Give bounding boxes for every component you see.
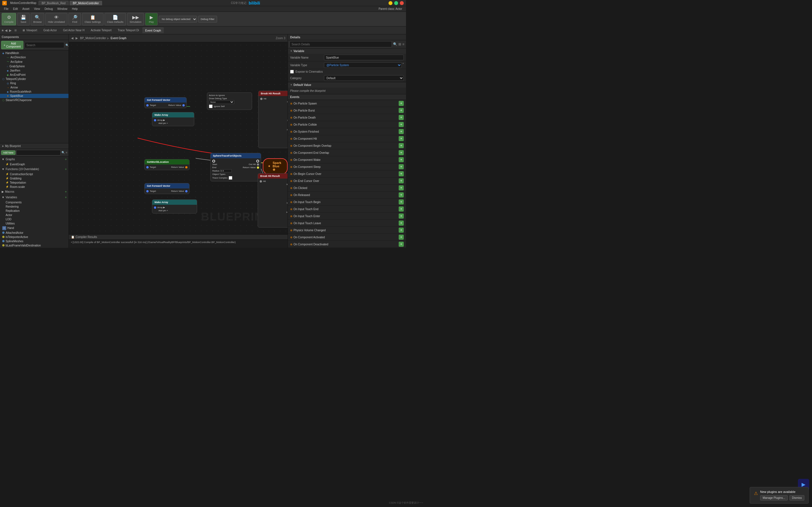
canvas-fwd-btn[interactable]: ▶: [75, 36, 78, 40]
variable-type-icon[interactable]: *: [403, 62, 404, 68]
tracecomplex-check[interactable]: [229, 176, 232, 180]
tree-item-jianren[interactable]: ◆ JianRen: [0, 68, 68, 73]
var-item-hand[interactable]: H Hand: [0, 226, 68, 231]
event-clicked-add[interactable]: +: [399, 185, 404, 190]
node-getforwardvector-bot[interactable]: Get Forward Vector Target Return Value: [144, 183, 190, 194]
bp-item-components[interactable]: Components: [0, 200, 68, 205]
bp-item-replication[interactable]: Replication: [0, 209, 68, 213]
tree-item-ring[interactable]: ◎ Ring: [0, 81, 68, 86]
tree-item-arcdirection[interactable]: — ArcDirection: [0, 55, 68, 59]
variable-type-select[interactable]: @Particle System: [324, 62, 402, 68]
blueprint-search-input[interactable]: [16, 150, 61, 156]
var-item-isteleporteractive[interactable]: IsTeleporterActive: [0, 235, 68, 239]
bp-cat-graphs[interactable]: ▼ Graphs +: [0, 157, 68, 162]
event-endoverlap-add[interactable]: +: [399, 150, 404, 155]
event-begincursor-add[interactable]: +: [399, 171, 404, 176]
browse-button[interactable]: 🔍 Browse: [31, 13, 44, 25]
tree-item-teleportcylinder[interactable]: ⬡ TeleportCylinder: [0, 77, 68, 81]
node-spheretrace[interactable]: SphereTraceForObjects Start Out Hit: [210, 153, 261, 181]
node-breakhit-top[interactable]: Break Hit Result Hit Blocking Hit Initia…: [258, 91, 288, 148]
canvas-back-btn[interactable]: ◀: [71, 36, 73, 40]
bp-cat-macros[interactable]: ▶ Macros +: [0, 189, 68, 194]
menu-view[interactable]: View: [32, 7, 42, 10]
event-deactivated-add[interactable]: +: [399, 242, 404, 247]
bp-item-grabbing[interactable]: ⚡ Grabbing: [0, 176, 68, 180]
play-button[interactable]: ▶ Play: [145, 13, 158, 25]
node-breakhit-bot[interactable]: Break Hit Result Hit Blocking Hit Initia…: [258, 173, 288, 228]
compile-button[interactable]: ⚙ Compile: [2, 13, 16, 25]
node-makearray-top[interactable]: Make Array Array ▶ Add pin +: [152, 112, 194, 126]
tree-item-arcendpoint[interactable]: ◆ ArcEndPoint: [0, 73, 68, 77]
tab-nav-back[interactable]: ◀: [5, 29, 7, 33]
search-input[interactable]: [24, 42, 64, 48]
event-physicsvolume-add[interactable]: +: [399, 228, 404, 233]
window-controls[interactable]: [389, 1, 404, 5]
tab-grab-actor[interactable]: Grab Actor: [41, 27, 60, 33]
node-actorstignore[interactable]: Actors to Ignore Draw Debug Type None: [207, 93, 252, 110]
var-item-splinemeshes[interactable]: SplineMeshes: [0, 239, 68, 243]
node-getforwardvector-top[interactable]: Get Forward Vector Target Return Value: [144, 97, 187, 108]
menu-help[interactable]: Help: [70, 7, 80, 10]
event-beginoverlap-add[interactable]: +: [399, 143, 404, 148]
variables-add[interactable]: +: [65, 195, 67, 200]
tree-item-steamvr[interactable]: ⬡ SteamVRChaperone: [0, 98, 68, 102]
maximize-button[interactable]: [394, 1, 398, 5]
tree-item-arcspline[interactable]: 〜 ArcSpline: [0, 59, 68, 64]
save-button[interactable]: 💾 Save: [17, 13, 30, 25]
tree-item-arrow[interactable]: → Arrow: [0, 86, 68, 90]
bp-item-actor-var[interactable]: Actor: [0, 213, 68, 217]
details-search-input[interactable]: [290, 41, 392, 47]
canvas-content[interactable]: BLUEPRINT: [69, 42, 288, 234]
bc-root[interactable]: BP_MotionController: [80, 37, 106, 40]
bp-item-lod[interactable]: LOD: [0, 217, 68, 221]
category-select[interactable]: Default: [324, 75, 404, 81]
close-button[interactable]: [400, 1, 404, 5]
my-blueprint-header[interactable]: ▶ My Blueprint: [0, 143, 68, 149]
tab-motioncontroller[interactable]: BP_MotionController: [70, 1, 102, 5]
add-component-button[interactable]: + Add Component: [1, 41, 23, 49]
var-item-blastframe[interactable]: bLastFrameValidDestination: [0, 243, 68, 247]
hide-unrelated-button[interactable]: 👁 Hide Unrelated: [45, 13, 67, 25]
event-touchleave-add[interactable]: +: [399, 221, 404, 226]
find-button[interactable]: 🔎 Find: [68, 13, 81, 25]
event-spawn-add[interactable]: +: [399, 101, 404, 106]
class-defaults-button[interactable]: 📄 Class Defaults: [105, 13, 126, 25]
bp-cat-functions[interactable]: ▼ Functions (19 Overridable) +: [0, 166, 68, 172]
macros-add[interactable]: +: [65, 190, 67, 194]
minimize-button[interactable]: [389, 1, 393, 5]
menu-window[interactable]: Window: [55, 7, 70, 10]
simulation-button[interactable]: ▶▶ Simulation: [127, 13, 144, 25]
default-value-header[interactable]: ▼ Default Value: [288, 82, 406, 88]
menu-file[interactable]: File: [2, 7, 11, 10]
tree-item-roomscalemesh[interactable]: ◆ RoomScaleMesh: [0, 90, 68, 94]
event-burst-add[interactable]: +: [399, 108, 404, 113]
bp-item-constructionscript[interactable]: ⚡ ConstructionScript: [0, 172, 68, 176]
tab-activate-teleport[interactable]: Activate Teleport: [88, 27, 114, 33]
event-endcursor-add[interactable]: +: [399, 178, 404, 183]
radius-input[interactable]: [220, 169, 232, 172]
sparkblue-node[interactable]: ✦ Spark Blue ⊕: [263, 158, 288, 174]
event-sleep-add[interactable]: +: [399, 164, 404, 169]
tab-event-graph[interactable]: Event Graph: [142, 27, 164, 33]
event-wake-add[interactable]: +: [399, 157, 404, 162]
tab-get-actor-near[interactable]: Get Actor Near H: [60, 27, 87, 33]
bp-item-rendering[interactable]: Rendering: [0, 205, 68, 209]
functions-add[interactable]: +: [65, 167, 67, 171]
tab-star[interactable]: ★: [1, 29, 4, 33]
bp-cat-variables[interactable]: ▼ Variables +: [0, 194, 68, 200]
event-touchenter-add[interactable]: +: [399, 214, 404, 219]
tab-nav-fwd[interactable]: ▶: [9, 29, 11, 33]
tree-item-sparkblue[interactable]: ✦ SparkBlue: [0, 94, 68, 98]
debug-filter-button[interactable]: Debug Filter: [198, 16, 217, 22]
var-item-attachedactor[interactable]: AttachedActor: [0, 231, 68, 235]
bp-item-teleportation[interactable]: ⚡ Teleportation: [0, 180, 68, 185]
event-sysfinished-add[interactable]: +: [399, 129, 404, 134]
drawdebug-select[interactable]: None: [209, 100, 234, 104]
tree-item-grabsphere[interactable]: ○ GrabSphere: [0, 64, 68, 68]
menu-edit[interactable]: Edit: [11, 7, 20, 10]
graphs-add[interactable]: +: [65, 158, 67, 161]
menu-debug[interactable]: Debug: [42, 7, 55, 10]
expose-cinematics-checkbox[interactable]: [290, 70, 294, 73]
event-touchend-add[interactable]: +: [399, 207, 404, 212]
node-makearray-bot[interactable]: Make Array Array ▶ Add pin +: [152, 200, 197, 214]
